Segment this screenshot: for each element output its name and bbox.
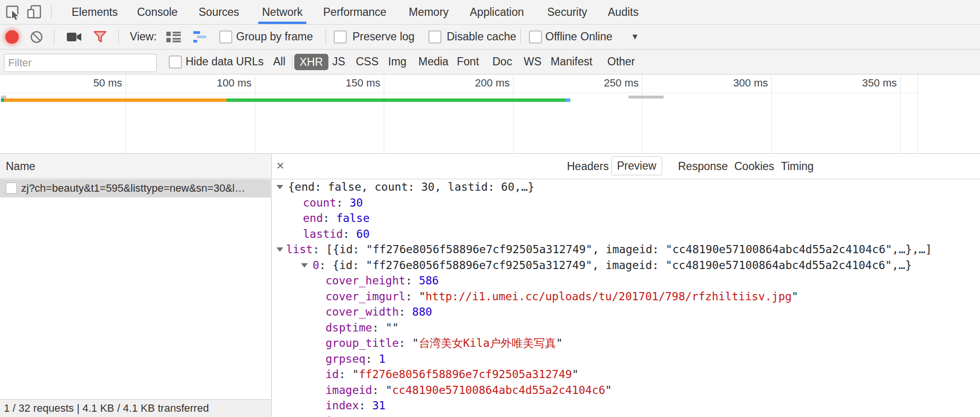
chevron-down-icon[interactable]: ▼: [631, 25, 639, 49]
gridline: [513, 74, 514, 153]
tab-audits[interactable]: Audits: [608, 0, 639, 24]
timeline-labels-divider: [0, 93, 917, 93]
close-icon[interactable]: ×: [276, 154, 284, 178]
waiting-ttfb-bar: [226, 98, 566, 102]
expand-arrow-icon[interactable]: [301, 263, 308, 268]
overview-right-edge: [917, 74, 918, 153]
preview-line-text: dsptime: "": [326, 320, 399, 336]
filter-input[interactable]: [4, 54, 157, 72]
detail-tab-timing[interactable]: Timing: [781, 154, 814, 179]
preview-line-text: cover_width: 880: [326, 304, 432, 320]
preview-line[interactable]: list: [{id: "ff276e8056f58896e7cf92505a3…: [272, 242, 980, 258]
record-button[interactable]: [5, 30, 19, 44]
filter-funnel-icon[interactable]: [93, 30, 107, 46]
show-overview-icon[interactable]: [193, 31, 208, 45]
filter-type-doc[interactable]: Doc: [492, 49, 512, 74]
expand-arrow-icon[interactable]: [276, 247, 283, 252]
tick-label: 250 ms: [604, 77, 639, 89]
preview-line-text: count: 30: [303, 195, 363, 211]
preview-line: count: 30: [272, 195, 980, 211]
status-bar: 1 / 32 requests | 4.1 KB / 4.1 KB transf…: [0, 399, 271, 417]
gridline: [771, 74, 772, 153]
preview-line-text: 0: {id: "ff276e8056f58896e7cf92505a31274…: [313, 258, 912, 273]
preview-line[interactable]: {end: false, count: 30, lastid: 60,…}: [272, 179, 980, 195]
tick-label: 50 ms: [93, 77, 122, 89]
gridline: [642, 74, 642, 153]
filter-type-media[interactable]: Media: [418, 49, 449, 74]
tab-sources[interactable]: Sources: [199, 0, 239, 24]
preview-line: id: "ff276e8056f58896e7cf92505a312749": [272, 367, 980, 382]
detail-tab-response[interactable]: Response: [678, 154, 728, 179]
filter-type-img[interactable]: Img: [388, 49, 406, 74]
tick-label: 350 ms: [862, 77, 897, 89]
detail-tab-headers[interactable]: Headers: [567, 154, 609, 179]
device-toolbar-icon[interactable]: [27, 5, 41, 21]
group-by-frame-label: Group by frame: [236, 25, 313, 49]
preview-line-text: index: 31: [326, 398, 386, 414]
throttling-select[interactable]: Online: [580, 25, 612, 49]
gridline: [126, 74, 126, 153]
view-label: View:: [130, 25, 157, 49]
preview-line-text: imageid: "cc48190e57100864abc4d55a2c4104…: [326, 382, 612, 398]
screenshot-camera-icon[interactable]: [66, 31, 83, 45]
request-list-pane: Name zj?ch=beauty&t1=595&listtype=new&sn…: [0, 154, 271, 417]
tick-label: 100 ms: [217, 77, 251, 89]
json-preview-tree: {end: false, count: 30, lastid: 60,…}cou…: [272, 179, 980, 417]
gridline: [255, 74, 255, 153]
expand-arrow-icon[interactable]: [276, 185, 283, 189]
tab-network[interactable]: Network: [262, 0, 302, 24]
filter-type-xhr[interactable]: XHR: [294, 54, 328, 70]
divider: [520, 29, 521, 44]
filter-type-other[interactable]: Other: [607, 49, 635, 74]
name-column-header[interactable]: Name: [0, 154, 271, 179]
filter-type-css[interactable]: CSS: [356, 49, 378, 74]
detail-tab-preview[interactable]: Preview: [611, 156, 662, 175]
tab-security[interactable]: Security: [547, 0, 587, 24]
preview-line: imageid: "cc48190e57100864abc4d55a2c4104…: [272, 382, 980, 398]
hide-data-urls-checkbox[interactable]: [169, 55, 182, 68]
disable-cache-checkbox[interactable]: [428, 30, 441, 43]
filter-type-manifest[interactable]: Manifest: [551, 49, 592, 74]
preserve-log-checkbox[interactable]: [334, 30, 347, 43]
offline-checkbox[interactable]: [529, 30, 542, 43]
network-toolbar: View: Group by frame Preserve log Disab: [0, 25, 980, 49]
active-tab-underline: [258, 22, 306, 24]
tab-performance[interactable]: Performance: [323, 0, 387, 24]
timeline-overview[interactable]: 50 ms100 ms150 ms200 ms250 ms300 ms350 m…: [0, 74, 980, 154]
preview-line: cover_imgurl: "http://i1.umei.cc/uploads…: [272, 289, 980, 305]
tab-console[interactable]: Console: [137, 0, 177, 24]
clear-icon[interactable]: [30, 30, 43, 46]
preview-line: cover_height: 586: [272, 273, 980, 289]
request-name: zj?ch=beauty&t1=595&listtype=new&sn=30&l…: [21, 179, 245, 197]
tab-elements[interactable]: Elements: [72, 0, 118, 24]
detail-tabbar: × HeadersPreviewResponseCookiesTiming: [272, 154, 980, 179]
divider: [118, 29, 119, 44]
divider: [292, 54, 292, 69]
tick-label: 150 ms: [346, 77, 380, 89]
tab-memory[interactable]: Memory: [409, 0, 449, 24]
inspect-element-icon[interactable]: [6, 5, 20, 22]
network-filterbar: Hide data URLs AllXHRJSCSSImgMediaFontDo…: [0, 49, 980, 74]
preview-line-text: {end: false, count: 30, lastid: 60,…}: [288, 179, 534, 195]
filter-type-js[interactable]: JS: [332, 49, 345, 74]
gridline: [900, 74, 901, 153]
preview-line-text: grpseq: 1: [326, 351, 386, 367]
preview-line-text: id: "ff276e8056f58896e7cf92505a312749": [326, 367, 578, 382]
large-request-rows-icon[interactable]: [166, 31, 181, 45]
detail-tab-cookies[interactable]: Cookies: [734, 154, 774, 179]
preview-line-text: lastid: 60: [303, 226, 370, 242]
filter-type-font[interactable]: Font: [457, 49, 479, 74]
preview-line: intro: "…": [272, 414, 980, 417]
group-by-frame-checkbox[interactable]: [219, 30, 232, 43]
filter-type-all[interactable]: All: [273, 49, 286, 74]
preview-line[interactable]: 0: {id: "ff276e8056f58896e7cf92505a31274…: [272, 258, 980, 273]
tab-application[interactable]: Application: [470, 0, 524, 24]
preview-line-text: cover_height: 586: [326, 273, 439, 289]
status-text: 1 / 32 requests | 4.1 KB / 4.1 KB transf…: [4, 402, 209, 414]
preview-line: group_title: "台湾美女Kila户外唯美写真": [272, 335, 980, 351]
filter-type-ws[interactable]: WS: [524, 49, 541, 74]
request-row[interactable]: zj?ch=beauty&t1=595&listtype=new&sn=30&l…: [0, 179, 271, 197]
divider: [54, 29, 54, 44]
preview-line: grpseq: 1: [272, 351, 980, 367]
initial-connection-bar: [4, 98, 226, 102]
